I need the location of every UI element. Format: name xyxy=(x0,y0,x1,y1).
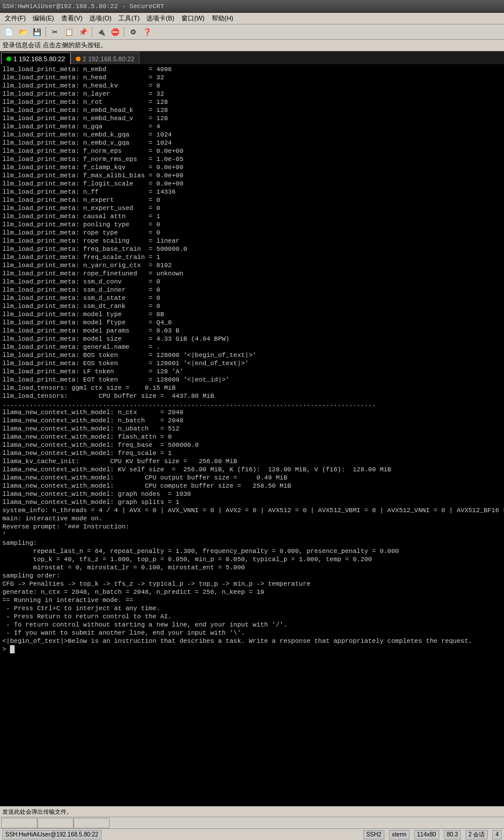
terminal-line: top_k = 40, tfs_z = 1.000, top_p = 0.950… xyxy=(2,555,502,564)
terminal-line: llm_load_print_meta: n_gqa = 4 xyxy=(2,123,502,131)
terminal-line: llm_load_print_meta: n_embd_v_gqa = 1024 xyxy=(2,139,502,147)
terminal-line: llm_load_print_meta: freq_scale_train = … xyxy=(2,253,502,261)
terminal-line: llm_load_print_meta: n_embd = 4096 xyxy=(2,65,502,74)
menu-item-查看[interactable]: 查看(V) xyxy=(58,13,86,24)
terminal-line: llm_load_print_meta: model size = 4.33 G… xyxy=(2,335,502,343)
terminal-line: llm_load_print_meta: n_embd_k_gqa = 1024 xyxy=(2,131,502,139)
terminal-line: llm_load_print_meta: causal attn = 1 xyxy=(2,212,502,220)
menu-item-窗口[interactable]: 窗口(W) xyxy=(178,13,208,24)
menu-item-选项[interactable]: 选项(O) xyxy=(86,13,115,24)
terminal-line: llm_load_print_meta: model ftype = Q4_0 xyxy=(2,318,502,327)
addressbar-hint: 点击左侧的箭头按钮。 xyxy=(43,41,107,50)
bottom-tab-0[interactable]: 文件传输 xyxy=(1,818,37,828)
terminal-line: > xyxy=(2,645,502,653)
terminal-line: llm_load_print_meta: f_max_alibi_bias = … xyxy=(2,172,502,180)
menu-item-帮助[interactable]: 帮助(H) xyxy=(208,13,237,24)
filetransfer-label: 发送此处会弹出传输文件。 xyxy=(2,808,72,816)
terminal-line: main: interactive mode on. xyxy=(2,514,502,523)
terminal[interactable]: llm_load_print_meta: n_embd = 4096llm_lo… xyxy=(0,64,504,806)
terminal-line: llama_new_context_with_model: CPU output… xyxy=(2,474,502,482)
toolbar-cut[interactable]: ✂ xyxy=(48,26,61,38)
terminal-line: llm_load_tensors: CPU buffer size = 4437… xyxy=(2,392,502,400)
terminal-line: llama_new_context_with_model: flash_attn… xyxy=(2,433,502,441)
filetransfer-bar: 发送此处会弹出传输文件。 xyxy=(0,806,504,817)
terminal-line: llm_load_print_meta: EOT token = 128009 … xyxy=(2,376,502,384)
terminal-line: llm_load_print_meta: rope scaling = line… xyxy=(2,237,502,245)
terminal-line: llama_kv_cache_init: CPU KV buffer size … xyxy=(2,457,502,466)
toolbar: 📄 📂 💾 ✂ 📋 📌 🔌 ⛔ ⚙ ❓ xyxy=(0,24,504,40)
terminal-line: - If you want to submit another line, en… xyxy=(2,629,502,637)
terminal-line: Reverse prompt: '### Instruction: xyxy=(2,523,502,531)
toolbar-open[interactable]: 📂 xyxy=(16,26,29,38)
terminal-line: llm_load_print_meta: n_embd_head_v = 128 xyxy=(2,114,502,123)
toolbar-sep1 xyxy=(46,27,46,37)
menu-item-选项卡[interactable]: 选项卡(B) xyxy=(143,13,178,24)
terminal-line: llm_load_print_meta: n_expert_used = 0 xyxy=(2,204,502,212)
toolbar-connect[interactable]: 🔌 xyxy=(94,26,107,38)
tab-2[interactable]: 2 192.168.5.80:22 xyxy=(71,52,140,64)
terminal-line: llm_load_print_meta: n_head_kv = 8 xyxy=(2,82,502,90)
status-scroll: 80.3 xyxy=(444,830,461,839)
terminal-line: - To return control without starting a n… xyxy=(2,621,502,629)
terminal-line: llm_load_print_meta: ssm_d_state = 0 xyxy=(2,294,502,302)
terminal-cursor xyxy=(10,645,15,653)
terminal-line: llm_load_print_meta: f_logit_scale = 0.0… xyxy=(2,180,502,188)
terminal-line: <|begin_of_text|>Below is an instruction… xyxy=(2,637,502,645)
toolbar-settings[interactable]: ⚙ xyxy=(127,26,139,38)
toolbar-help[interactable]: ❓ xyxy=(141,26,153,38)
terminal-line: llama_new_context_with_model: n_batch = … xyxy=(2,416,502,425)
toolbar-save[interactable]: 💾 xyxy=(30,26,43,38)
terminal-line: llama_new_context_with_model: n_ctx = 20… xyxy=(2,408,502,416)
terminal-line: llm_load_print_meta: BOS token = 128000 … xyxy=(2,351,502,359)
titlebar: SSH:HwHiAiUser@192.168.5.80:22 - SecureC… xyxy=(0,0,504,13)
terminal-line: llama_new_context_with_model: CPU comput… xyxy=(2,482,502,490)
toolbar-paste[interactable]: 📌 xyxy=(76,26,89,38)
terminal-line: - Press Return to return control to the … xyxy=(2,612,502,621)
terminal-line: generate: n_ctx = 2048, n_batch = 2048, … xyxy=(2,588,502,596)
terminal-line: llm_load_print_meta: ssm_dt_rank = 0 xyxy=(2,302,502,310)
menu-item-文件[interactable]: 文件(F) xyxy=(1,13,29,24)
terminal-line: llm_load_print_meta: rope_finetuned = un… xyxy=(2,270,502,278)
status-protocol: SSH2 xyxy=(363,830,384,839)
terminal-line: - Press Ctrl+C to interject at any time. xyxy=(2,604,502,612)
status-cols: 114x80 xyxy=(414,830,439,839)
menubar: 文件(F)编辑(E)查看(V)选项(O)工具(T)选项卡(B)窗口(W)帮助(H… xyxy=(0,13,504,24)
terminal-line: llm_load_print_meta: EOS token = 128001 … xyxy=(2,359,502,368)
status-connection: SSH:HwHiAiUser@192.168.5.80:22 xyxy=(2,830,102,839)
terminal-line: llm_load_print_meta: ssm_d_inner = 0 xyxy=(2,286,502,294)
terminal-line: llama_new_context_with_model: freq_base … xyxy=(2,441,502,449)
status-terminal: xterm xyxy=(389,830,410,839)
terminal-line: llm_load_print_meta: f_clamp_kqv = 0.0e+… xyxy=(2,163,502,172)
terminal-line: llm_load_print_meta: model type = 8B xyxy=(2,310,502,318)
bottom-tab-2[interactable]: 转移规则 xyxy=(74,818,110,828)
tab-1[interactable]: 1 192.168.5.80:22 xyxy=(1,52,71,64)
addressbar: 登录信息会话 点击左侧的箭头按钮。 xyxy=(0,40,504,51)
tab-dot-1 xyxy=(6,57,11,61)
toolbar-copy[interactable]: 📋 xyxy=(62,26,75,38)
addressbar-label: 登录信息会话 xyxy=(2,41,41,50)
terminal-line: llm_load_tensors: ggml ctx size = 0.15 M… xyxy=(2,384,502,392)
terminal-line: llama_new_context_with_model: graph node… xyxy=(2,490,502,498)
menu-item-工具[interactable]: 工具(T) xyxy=(115,13,143,24)
tab-label-1: 1 192.168.5.80:22 xyxy=(13,55,65,62)
terminal-line: llm_load_print_meta: n_rot = 128 xyxy=(2,98,502,106)
tabbar: 1 192.168.5.80:22 2 192.168.5.80:22 xyxy=(0,51,504,64)
terminal-line: == Running in interactive mode. == xyxy=(2,596,502,604)
terminal-line: system_info: n_threads = 4 / 4 | AVX = 0… xyxy=(2,506,502,514)
statusbar: SSH:HwHiAiUser@192.168.5.80:22 SSH2 xter… xyxy=(0,828,504,840)
terminal-line: llm_load_print_meta: general.name = . xyxy=(2,343,502,351)
terminal-line: llm_load_print_meta: n_ff = 14336 xyxy=(2,188,502,196)
bottom-tabs: 文件传输频道列表转移规则 xyxy=(0,817,504,828)
menu-item-编辑[interactable]: 编辑(E) xyxy=(29,13,58,24)
toolbar-disconnect[interactable]: ⛔ xyxy=(108,26,121,38)
terminal-line: CFG -> Penalties -> top_k -> tfs_z -> ty… xyxy=(2,580,502,588)
terminal-line: llm_load_print_meta: LF token = 128 'A' xyxy=(2,368,502,376)
terminal-line: repeat_last_n = 64, repeat_penalty = 1.3… xyxy=(2,547,502,555)
status-sessions: 2 会话 xyxy=(466,830,488,839)
terminal-line: llama_new_context_with_model: graph spli… xyxy=(2,498,502,506)
tab-dot-2 xyxy=(76,57,80,61)
toolbar-new[interactable]: 📄 xyxy=(2,26,15,38)
terminal-line: llm_load_print_meta: n_head = 32 xyxy=(2,74,502,82)
terminal-line: llm_load_print_meta: f_norm_rms_eps = 1.… xyxy=(2,155,502,163)
bottom-tab-1[interactable]: 频道列表 xyxy=(37,818,74,828)
